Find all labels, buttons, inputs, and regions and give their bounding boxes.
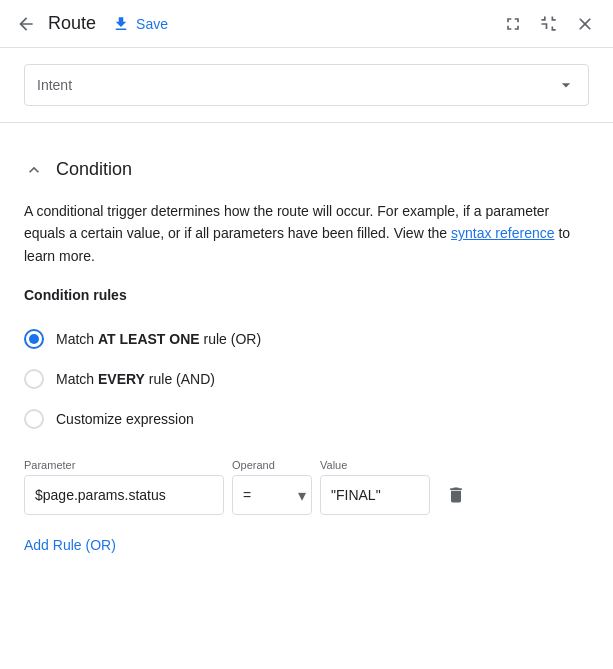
compress-icon[interactable] [533, 8, 565, 40]
operand-select[interactable]: = != < > [232, 475, 312, 515]
condition-rules-title: Condition rules [24, 287, 589, 303]
maximize-icon[interactable] [497, 8, 529, 40]
operand-label: Operand [232, 459, 312, 471]
save-button[interactable]: Save [104, 9, 176, 39]
parameter-field-group: Parameter [24, 459, 224, 515]
save-label: Save [136, 16, 168, 32]
radio-option-and[interactable]: Match EVERY rule (AND) [24, 359, 589, 399]
operand-select-wrapper: = != < > ▾ [232, 475, 312, 515]
radio-group: Match AT LEAST ONE rule (OR) Match EVERY… [24, 319, 589, 439]
value-label: Value [320, 459, 430, 471]
operand-field-group: Operand = != < > ▾ [232, 459, 312, 515]
save-icon [112, 15, 130, 33]
back-icon[interactable] [12, 10, 40, 38]
condition-description: A conditional trigger determines how the… [24, 200, 589, 267]
radio-circle-or [24, 329, 44, 349]
parameter-label: Parameter [24, 459, 224, 471]
condition-title: Condition [56, 159, 132, 180]
rule-row: Parameter Operand = != < > ▾ Value [24, 459, 589, 515]
radio-option-or[interactable]: Match AT LEAST ONE rule (OR) [24, 319, 589, 359]
page-title: Route [48, 13, 96, 34]
radio-label-and: Match EVERY rule (AND) [56, 371, 215, 387]
value-field-group: Value [320, 459, 430, 515]
close-icon[interactable] [569, 8, 601, 40]
spacer [0, 123, 613, 139]
condition-header: Condition [24, 159, 589, 180]
value-input[interactable] [320, 475, 430, 515]
radio-option-custom[interactable]: Customize expression [24, 399, 589, 439]
intent-dropdown-arrow [556, 75, 576, 95]
header-left: Route Save [12, 9, 489, 39]
intent-label: Intent [37, 77, 72, 93]
parameter-input[interactable] [24, 475, 224, 515]
header-icons [497, 8, 601, 40]
add-rule-button[interactable]: Add Rule (OR) [24, 531, 116, 559]
intent-dropdown[interactable]: Intent [24, 64, 589, 106]
delete-rule-button[interactable] [438, 475, 474, 515]
condition-section: Condition A conditional trigger determin… [0, 139, 613, 579]
syntax-reference-link[interactable]: syntax reference [451, 225, 555, 241]
radio-circle-custom [24, 409, 44, 429]
radio-circle-and [24, 369, 44, 389]
intent-section: Intent [0, 48, 613, 123]
radio-label-custom: Customize expression [56, 411, 194, 427]
collapse-icon[interactable] [24, 160, 44, 180]
radio-label-or: Match AT LEAST ONE rule (OR) [56, 331, 261, 347]
header: Route Save [0, 0, 613, 48]
